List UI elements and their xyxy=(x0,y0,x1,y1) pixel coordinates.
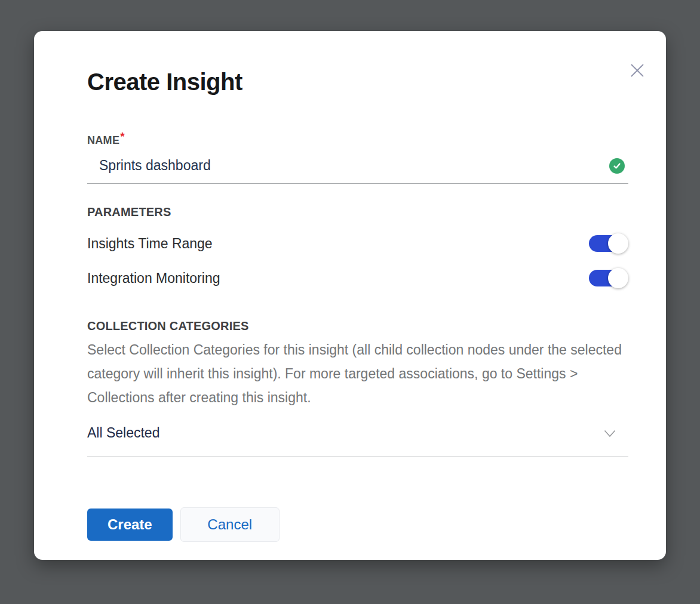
collection-categories-dropdown[interactable]: All Selected xyxy=(87,425,628,457)
collection-categories-description: Select Collection Categories for this in… xyxy=(87,338,628,409)
toggle-integration-monitoring[interactable] xyxy=(589,270,627,286)
valid-check-icon xyxy=(609,158,625,174)
dropdown-selected-value: All Selected xyxy=(87,425,159,441)
modal-content: Create Insight NAME* PARAMETERS Insights… xyxy=(34,31,666,560)
create-button[interactable]: Create xyxy=(87,509,173,541)
toggle-knob xyxy=(608,233,628,254)
name-input-row xyxy=(87,154,628,184)
close-icon[interactable] xyxy=(628,61,646,79)
create-insight-modal: Create Insight NAME* PARAMETERS Insights… xyxy=(34,31,666,560)
toggle-knob xyxy=(608,268,628,288)
name-field-label: NAME* xyxy=(87,130,628,147)
action-buttons: Create Cancel xyxy=(87,507,628,542)
chevron-down-icon xyxy=(602,426,618,441)
cancel-button[interactable]: Cancel xyxy=(180,507,280,542)
parameters-heading: PARAMETERS xyxy=(87,205,628,219)
required-asterisk: * xyxy=(120,130,125,143)
param-label: Integration Monitoring xyxy=(87,270,220,286)
param-row-integration-monitoring: Integration Monitoring xyxy=(87,268,628,288)
toggle-insights-time-range[interactable] xyxy=(589,235,627,252)
collection-categories-heading: COLLECTION CATEGORIES xyxy=(87,319,628,333)
param-row-insights-time-range: Insights Time Range xyxy=(87,233,628,254)
name-input[interactable] xyxy=(87,158,609,174)
page-title: Create Insight xyxy=(87,31,628,95)
param-label: Insights Time Range xyxy=(87,236,213,252)
